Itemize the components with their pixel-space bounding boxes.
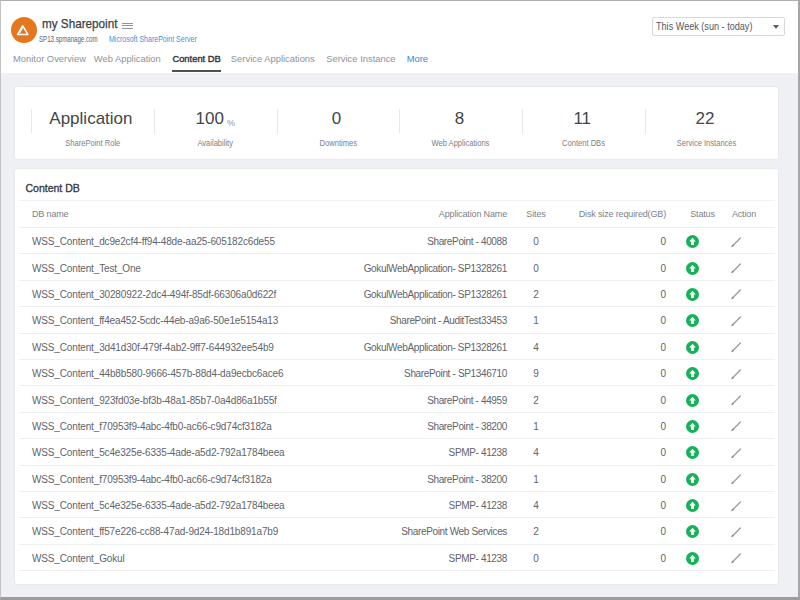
cell-disk-size: 0 bbox=[565, 412, 667, 438]
cell-action bbox=[730, 280, 775, 306]
stat-label: Web Applications bbox=[399, 138, 522, 148]
cell-disk-size: 0 bbox=[565, 359, 667, 385]
warning-triangle-icon bbox=[11, 17, 37, 43]
cell-disk-size: 0 bbox=[565, 254, 667, 280]
col-action: Action bbox=[730, 201, 775, 228]
edit-pencil-icon[interactable] bbox=[730, 288, 742, 300]
cell-action bbox=[730, 307, 775, 333]
monitor-type-link[interactable]: Microsoft SharePoint Server bbox=[109, 34, 197, 44]
cell-action bbox=[730, 386, 775, 412]
cell-application-name: GokulWebApplication- SP1328261 bbox=[358, 280, 507, 306]
cell-status bbox=[667, 439, 730, 465]
content-db-card: Content DB DB name Application Name Site… bbox=[15, 169, 778, 584]
cell-application-name: SPMP- 41238 bbox=[358, 491, 507, 517]
edit-pencil-icon[interactable] bbox=[730, 394, 742, 406]
tab-more[interactable]: More bbox=[407, 49, 428, 73]
tab-bar: Monitor Overview Web Application Content… bbox=[13, 49, 428, 73]
monitor-host: SP13.spmanage.com bbox=[39, 34, 98, 44]
edit-pencil-icon[interactable] bbox=[730, 526, 742, 538]
stat-divider bbox=[154, 109, 155, 133]
cell-disk-size: 0 bbox=[565, 465, 667, 491]
tab[interactable]: Service Applications bbox=[231, 49, 315, 72]
tab[interactable]: Service Instance bbox=[326, 49, 395, 72]
cell-status bbox=[667, 254, 730, 280]
cell-action bbox=[730, 465, 775, 491]
cell-disk-size: 0 bbox=[565, 333, 667, 359]
status-up-icon bbox=[686, 473, 699, 486]
table-row: WSS_Content_Gokul SPMP- 41238 0 0 bbox=[19, 544, 775, 570]
stat-cell: Application SharePoint Role bbox=[31, 87, 154, 159]
cell-db-name: WSS_Content_5c4e325e-6335-4ade-a5d2-792a… bbox=[19, 491, 358, 517]
monitor-title: my Sharepoint bbox=[42, 16, 117, 31]
stat-divider bbox=[277, 109, 278, 133]
cell-db-name: WSS_Content_f70953f9-4abc-4fb0-ac66-c9d7… bbox=[19, 465, 358, 491]
app-window: my Sharepoint SP13.spmanage.com Microsof… bbox=[0, 0, 800, 600]
edit-pencil-icon[interactable] bbox=[730, 236, 742, 248]
stat-cell: 22 Service Instances bbox=[645, 87, 768, 159]
cell-application-name: SharePoint - SP1346710 bbox=[358, 359, 507, 385]
cell-action bbox=[730, 491, 775, 517]
cell-sites: 2 bbox=[507, 280, 565, 306]
cell-application-name: SharePoint - 40088 bbox=[358, 228, 507, 254]
cell-action bbox=[730, 544, 775, 570]
cell-action bbox=[730, 359, 775, 385]
edit-pencil-icon[interactable] bbox=[730, 500, 742, 512]
cell-disk-size: 0 bbox=[565, 307, 667, 333]
stat-divider bbox=[645, 109, 646, 133]
status-up-icon bbox=[686, 499, 699, 512]
col-disk-size: Disk size required(GB) bbox=[565, 201, 667, 228]
cell-sites: 4 bbox=[507, 491, 565, 517]
stat-suffix: % bbox=[227, 118, 235, 128]
table-row: WSS_Content_5c4e325e-6335-4ade-a5d2-792a… bbox=[19, 491, 775, 517]
tab[interactable]: Monitor Overview bbox=[13, 49, 86, 72]
cell-disk-size: 0 bbox=[565, 228, 667, 254]
col-sites: Sites bbox=[507, 201, 565, 228]
table-row: WSS_Content_44b8b580-9666-457b-88d4-da9e… bbox=[19, 359, 775, 385]
cell-sites: 0 bbox=[507, 544, 565, 570]
status-up-icon bbox=[686, 552, 699, 565]
cell-status bbox=[667, 333, 730, 359]
stat-label: Availability bbox=[154, 138, 277, 148]
table-row: WSS_Content_f70953f9-4abc-4fb0-ac66-c9d7… bbox=[19, 412, 775, 438]
stat-value: 11 bbox=[522, 110, 645, 132]
status-up-icon bbox=[686, 394, 699, 407]
stat-value: 8 bbox=[399, 110, 522, 132]
edit-pencil-icon[interactable] bbox=[730, 315, 742, 327]
tab[interactable]: Content DB bbox=[172, 49, 220, 72]
cell-sites: 1 bbox=[507, 465, 565, 491]
edit-pencil-icon[interactable] bbox=[730, 341, 742, 353]
status-up-icon bbox=[686, 420, 699, 433]
cell-application-name: SharePoint - AuditTest33453 bbox=[358, 307, 507, 333]
tab-items: Monitor Overview Web Application Content… bbox=[13, 49, 407, 73]
tab[interactable]: Web Application bbox=[94, 49, 161, 72]
cell-status bbox=[667, 386, 730, 412]
stat-cell: 0 Downtimes bbox=[277, 87, 400, 159]
table-row: WSS_Content_dc9e2cf4-ff94-48de-aa25-6051… bbox=[19, 228, 775, 254]
status-up-icon bbox=[686, 367, 699, 380]
cell-status bbox=[667, 307, 730, 333]
content-db-table: DB name Application Name Sites Disk size… bbox=[19, 200, 775, 571]
cell-db-name: WSS_Content_dc9e2cf4-ff94-48de-aa25-6051… bbox=[19, 228, 358, 254]
table-row: WSS_Content_ff57e226-cc88-47ad-9d24-18d1… bbox=[19, 518, 775, 544]
cell-application-name: GokulWebApplication- SP1328261 bbox=[358, 333, 507, 359]
edit-pencil-icon[interactable] bbox=[730, 473, 742, 485]
chevron-down-icon bbox=[773, 25, 779, 29]
cell-db-name: WSS_Content_ff4ea452-5cdc-44eb-a9a6-50e1… bbox=[19, 307, 358, 333]
edit-pencil-icon[interactable] bbox=[730, 552, 742, 564]
edit-pencil-icon[interactable] bbox=[730, 447, 742, 459]
cell-disk-size: 0 bbox=[565, 280, 667, 306]
cell-application-name: SPMP- 41238 bbox=[358, 544, 507, 570]
edit-pencil-icon[interactable] bbox=[730, 262, 742, 274]
table-header-row: DB name Application Name Sites Disk size… bbox=[19, 201, 775, 228]
edit-pencil-icon[interactable] bbox=[730, 368, 742, 380]
period-selector[interactable]: This Week (sun - today) bbox=[652, 17, 785, 36]
cell-application-name: GokulWebApplication- SP1328261 bbox=[358, 254, 507, 280]
cell-application-name: SharePoint - 38200 bbox=[358, 465, 507, 491]
hamburger-icon[interactable] bbox=[122, 23, 133, 30]
cell-status bbox=[667, 359, 730, 385]
status-up-icon bbox=[686, 446, 699, 459]
cell-action bbox=[730, 333, 775, 359]
stat-divider bbox=[522, 109, 523, 133]
edit-pencil-icon[interactable] bbox=[730, 420, 742, 432]
cell-sites: 4 bbox=[507, 439, 565, 465]
